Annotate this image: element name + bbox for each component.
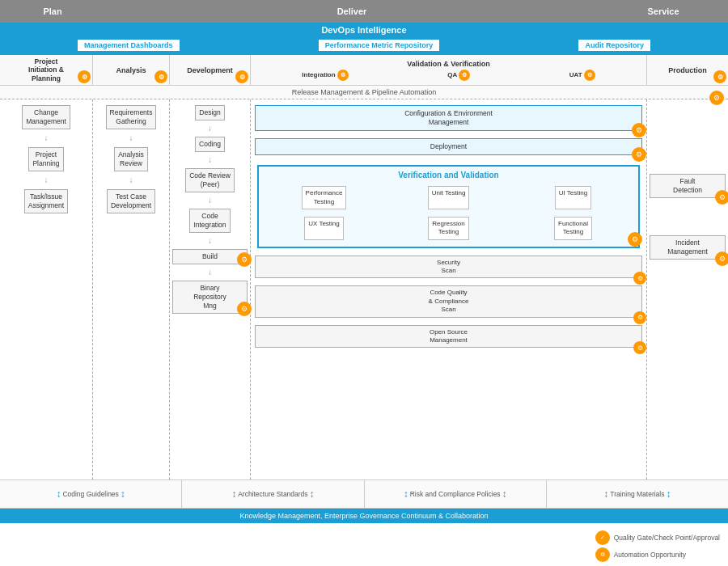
legend-quality: ✓ Quality Gate/Check Point/Approval [595,530,720,545]
box-design: Design [195,105,224,120]
devops-bar: DevOps Intelligence [0,23,728,37]
box-build: Build [172,249,248,264]
stage-uat: UAT ⚙ [569,70,595,81]
arrow-7: ↓ [172,196,248,205]
vv-automation-icon: ⚙ [628,232,642,247]
release-bar: Release Management & Pipeline Automation… [0,86,728,99]
stage-production: Production ⚙ [647,55,728,85]
architecture-standards-label: Architecture Standards [238,490,307,498]
risk-policies-label: Risk and Compliance Policies [410,490,501,498]
arrow-9: ↓ [172,268,248,277]
box-open-source: Open SourceManagement [255,325,642,348]
col-analysis: RequirementsGathering ↓ AnalysisReview ↓… [93,99,170,479]
deliver-label: Deliver [337,6,367,16]
box-coding: Coding [195,137,225,152]
box-code-review: Code Review(Peer) [185,168,235,192]
build-automation-icon: ⚙ [237,252,252,267]
box-deployment: Deployment [255,138,642,155]
binary-automation-icon: ⚙ [237,302,252,316]
devops-sub-bar: Management Dashboards Performance Metric… [0,37,728,55]
stage-project: ProjectInitiation &Planning ⚙ [0,55,93,85]
stage-dev: Development ⚙ [170,55,251,85]
box-security-scan: SecurityScan [255,256,642,279]
stage-project-icon: ⚙ [78,70,91,83]
std-coding: ↕ Coding Guidelines ↕ [0,480,182,508]
arrow-2: ↓ [2,176,90,184]
coding-guidelines-label: Coding Guidelines [62,490,118,498]
box-req-gathering: RequirementsGathering [106,105,157,129]
vv-grid-row1: PerformanceTesting Unit Testing UI Testi… [263,184,634,212]
code-quality-container: Code Quality& ComplianceScan ⚙ [255,283,642,319]
box-functional-testing: FunctionalTesting [554,217,592,240]
incident-mgmt-icon: ⚙ [715,251,728,266]
box-code-integration: CodeIntegration [189,209,230,233]
bottom-standards: ↕ Coding Guidelines ↕ ↕ Architecture Sta… [0,479,728,509]
box-unit-testing: Unit Testing [428,186,470,209]
box-config: Configuration & EnvironmentManagement [255,105,642,131]
release-automation-icon: ⚙ [709,91,724,105]
legend-quality-label: Quality Gate/Check Point/Approval [614,534,720,542]
build-container: Build ⚙ [172,247,248,267]
legend-automation-label: Automation Opportunity [614,551,686,559]
stage-dev-icon: ⚙ [235,70,248,83]
release-bar-label: Release Management & Pipeline Automation [292,88,437,96]
col-project: ChangeManagement ↓ ProjectPlanning ↓ Tas… [0,99,93,479]
std-training: ↕ Training Materials ↕ [547,480,728,508]
stage-vv: Validation & Verification Integration ⚙ … [251,55,647,85]
stage-production-label: Production [668,66,707,74]
box-incident-mgmt: IncidentManagement [650,235,726,260]
open-source-icon: ⚙ [633,341,646,354]
std-architecture: ↕ Architecture Standards ↕ [182,480,364,508]
vv-title: Verification and Validation [263,171,634,180]
vv-box: Verification and Validation PerformanceT… [257,165,640,248]
arrow-4: ↓ [95,176,167,184]
main-container: Plan Deliver Service DevOps Intelligence… [0,0,728,566]
knowledge-label: Knowledge Management, Enterprise Governa… [239,512,488,520]
std-risk: ↕ Risk and Compliance Policies ↕ [365,480,547,508]
knowledge-bar: Knowledge Management, Enterprise Governa… [0,509,728,523]
legend: ✓ Quality Gate/Check Point/Approval ⚙ Au… [595,530,720,562]
config-deploy-group: Configuration & EnvironmentManagement ⚙ … [255,103,642,158]
binary-repo-container: BinaryRepositoryMng ⚙ [172,278,248,316]
box-perf-testing: PerformanceTesting [302,186,347,209]
legend-automation: ⚙ Automation Opportunity [595,547,720,562]
fault-detection-container: FaultDetection ⚙ [650,171,726,201]
arrow-1: ↓ [2,134,90,142]
box-fault-detection: FaultDetection [650,174,726,198]
deploy-container: Deployment ⚙ [255,136,642,158]
pipeline-row: ProjectInitiation &Planning ⚙ Analysis ⚙… [0,55,728,86]
config-container: Configuration & EnvironmentManagement ⚙ [255,103,642,133]
phase-service: Service [599,0,728,23]
vv-stage-label: Validation & Verification [252,60,645,68]
phase-deliver: Deliver [105,0,599,23]
box-ui-testing: UI Testing [555,186,591,209]
devops-audit: Audit Repository [578,39,651,52]
col-vv: Configuration & EnvironmentManagement ⚙ … [251,99,647,479]
box-regression-testing: RegressionTesting [428,217,468,240]
box-analysis-review: AnalysisReview [114,147,148,171]
box-project-planning: ProjectPlanning [28,147,63,171]
stage-qa: QA ⚙ [447,70,470,81]
stage-analysis-label: Analysis [116,66,146,74]
incident-mgmt-container: IncidentManagement ⚙ [650,233,726,262]
box-task-assignment: Task/IssueAssignment [24,189,68,213]
col-dev: Design ↓ Coding ↓ Code Review(Peer) ↓ Co… [170,99,251,479]
devops-performance: Performance Metric Repository [318,39,441,52]
arrow-3: ↓ [95,134,167,142]
plan-label: Plan [43,6,61,16]
vv-grid-row2: UX Testing RegressionTesting FunctionalT… [263,214,634,243]
arrow-5: ↓ [172,125,248,133]
security-col: SecurityScan ⚙ Code Quality& ComplianceS… [255,253,642,351]
legend-automation-icon: ⚙ [595,547,610,562]
stage-project-label: ProjectInitiation &Planning [28,57,64,82]
open-source-container: Open SourceManagement ⚙ [255,323,642,351]
box-code-quality: Code Quality& ComplianceScan [255,285,642,317]
stage-dev-label: Development [187,66,233,74]
stage-analysis-icon: ⚙ [154,70,167,83]
deploy-icon: ⚙ [632,147,646,162]
col-prod: FaultDetection ⚙ IncidentManagement ⚙ [647,99,728,479]
stage-analysis: Analysis ⚙ [93,55,170,85]
phase-bar: Plan Deliver Service [0,0,728,23]
security-scan-container: SecurityScan ⚙ [255,253,642,281]
legend-quality-icon: ✓ [595,530,610,545]
